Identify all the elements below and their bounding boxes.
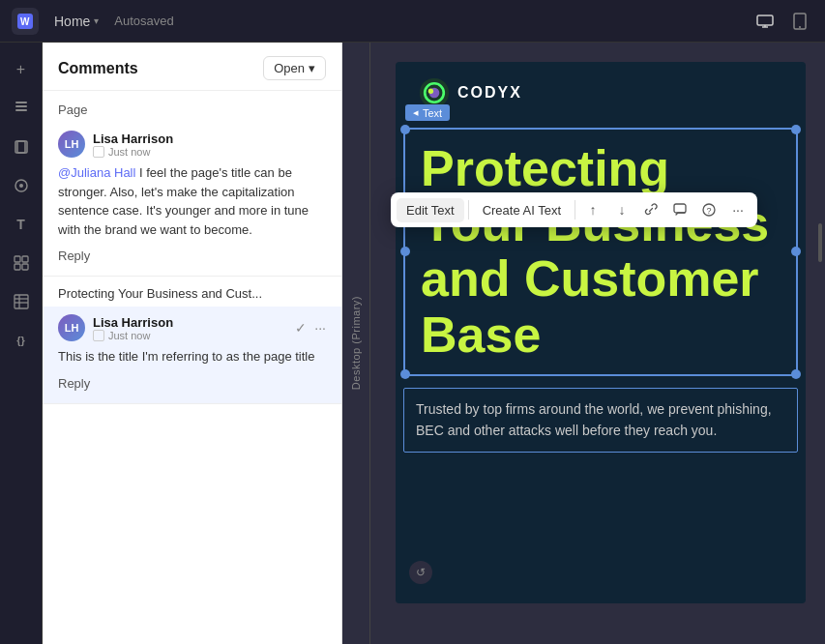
- grid-icon[interactable]: [6, 248, 37, 278]
- comment-actions-2: ✓ ···: [295, 320, 326, 336]
- svg-rect-22: [674, 204, 686, 213]
- canvas-content: CODYX ◂ Text: [376, 43, 825, 644]
- thread-title-2: Protecting Your Business and Cust...: [43, 277, 341, 307]
- icon-bar: + T: [0, 43, 43, 644]
- comment-header-1: LH Lisa Harrison Just now: [58, 131, 326, 158]
- handle-bottom-right[interactable]: [791, 369, 801, 379]
- comment-meta-1: Lisa Harrison Just now: [93, 132, 173, 158]
- autosaved-status: Autosaved: [114, 14, 744, 28]
- resolve-checkbox-1[interactable]: [93, 146, 104, 158]
- app-logo[interactable]: W: [12, 8, 39, 35]
- text-tag-arrow: ◂: [413, 106, 419, 119]
- reply-btn-2[interactable]: Reply: [58, 376, 90, 391]
- svg-rect-18: [15, 295, 28, 308]
- comment-header-2: LH Lisa Harrison Just now ✓ ···: [58, 314, 326, 341]
- comments-body: Page LH Lisa Harrison Just now @Juliana …: [43, 91, 341, 644]
- desktop-view-btn[interactable]: [751, 8, 779, 35]
- canvas-area: Desktop (Primary) Edit Text Create AI Te…: [342, 43, 825, 644]
- svg-point-6: [799, 26, 801, 28]
- sub-text: Trusted by top firms around the world, w…: [416, 398, 785, 442]
- svg-text:W: W: [20, 16, 30, 27]
- comment-author-1: Lisa Harrison: [93, 132, 173, 146]
- tablet-view-btn[interactable]: [786, 8, 813, 35]
- layers-icon[interactable]: [6, 93, 37, 124]
- handle-middle-right[interactable]: [791, 247, 801, 256]
- svg-rect-15: [22, 256, 28, 262]
- home-label: Home: [54, 14, 90, 29]
- reply-btn-1[interactable]: Reply: [58, 249, 90, 263]
- comments-panel: Comments Open ▾ Page LH Lisa Harrison Ju…: [43, 43, 342, 644]
- svg-point-13: [19, 184, 23, 188]
- comment-author-2: Lisa Harrison: [93, 315, 173, 330]
- handle-bottom-left[interactable]: [400, 369, 410, 379]
- refresh-icon[interactable]: ↺: [409, 561, 432, 584]
- comments-header: Comments Open ▾: [43, 43, 341, 91]
- help-btn[interactable]: ?: [695, 196, 722, 223]
- topbar-actions: [751, 8, 813, 35]
- more-options-btn[interactable]: ···: [724, 196, 751, 223]
- comment-meta-2: Lisa Harrison Just now: [93, 315, 173, 341]
- toolbar-divider-2: [575, 200, 575, 220]
- code-icon[interactable]: {}: [6, 325, 37, 356]
- move-up-btn[interactable]: ↑: [579, 196, 606, 223]
- topbar: W Home ▾ Autosaved: [0, 0, 825, 43]
- main-content: + T: [0, 43, 825, 644]
- sub-text-box: Trusted by top firms around the world, w…: [403, 388, 798, 453]
- mention-1: @Juliana Hall: [58, 165, 135, 180]
- page-label: Page: [43, 91, 341, 123]
- resolve-checkbox-2[interactable]: [93, 330, 104, 341]
- edit-text-btn[interactable]: Edit Text: [397, 198, 464, 222]
- handle-top-left[interactable]: [400, 125, 410, 134]
- comment-btn[interactable]: [666, 196, 693, 223]
- svg-rect-7: [15, 105, 27, 107]
- resolve-check-icon[interactable]: ✓: [295, 320, 307, 336]
- comment-thread-1: LH Lisa Harrison Just now @Juliana Hall …: [43, 123, 341, 277]
- more-options-icon[interactable]: ···: [314, 320, 326, 336]
- comment-time-2: Just now: [93, 330, 173, 341]
- preview-logo-text: CODYX: [457, 84, 522, 102]
- svg-rect-2: [757, 15, 773, 25]
- svg-rect-16: [15, 264, 20, 270]
- handle-middle-left[interactable]: [400, 247, 410, 256]
- add-icon[interactable]: +: [6, 54, 37, 85]
- website-preview: CODYX ◂ Text: [396, 62, 806, 603]
- svg-rect-14: [15, 256, 20, 262]
- toolbar-divider-1: [468, 200, 469, 220]
- move-down-btn[interactable]: ↓: [608, 196, 635, 223]
- create-ai-text-btn[interactable]: Create AI Text: [473, 198, 571, 222]
- open-filter-btn[interactable]: Open ▾: [263, 56, 326, 80]
- floating-toolbar: Edit Text Create AI Text ↑ ↓: [391, 192, 757, 227]
- comments-title: Comments: [58, 60, 138, 77]
- comment-text-1: @Juliana Hall I feel the page's title ca…: [58, 163, 326, 239]
- pages-icon[interactable]: [6, 132, 37, 162]
- home-nav[interactable]: Home ▾: [46, 10, 106, 33]
- text-icon[interactable]: T: [6, 209, 37, 240]
- table-icon[interactable]: [6, 286, 37, 317]
- side-label: Desktop (Primary): [350, 296, 362, 390]
- hero-text[interactable]: Protecting Your Business and Customer Ba…: [409, 133, 792, 370]
- components-icon[interactable]: [6, 170, 37, 201]
- comment-time-1: Just now: [93, 146, 173, 158]
- home-chevron: ▾: [94, 15, 99, 26]
- text-tag-label: Text: [423, 107, 442, 119]
- svg-rect-17: [22, 264, 28, 270]
- svg-rect-9: [15, 102, 27, 103]
- comment-thread-2: LH Lisa Harrison Just now ✓ ··· This is …: [43, 307, 341, 404]
- side-divider: [369, 43, 370, 644]
- link-btn[interactable]: [637, 196, 664, 223]
- handle-top-right[interactable]: [791, 125, 801, 134]
- comment-text-2: This is the title I'm referring to as th…: [58, 347, 326, 366]
- svg-text:?: ?: [707, 206, 712, 216]
- scroll-indicator: [818, 223, 822, 262]
- avatar-1: LH: [58, 131, 85, 158]
- avatar-2: LH: [58, 314, 85, 341]
- svg-point-28: [428, 89, 433, 94]
- text-tag: ◂ Text: [405, 104, 450, 121]
- svg-rect-8: [15, 109, 27, 111]
- hero-selection[interactable]: Protecting Your Business and Customer Ba…: [403, 128, 798, 376]
- preview-nav: CODYX: [396, 62, 806, 124]
- side-label-container: Desktop (Primary): [342, 43, 369, 644]
